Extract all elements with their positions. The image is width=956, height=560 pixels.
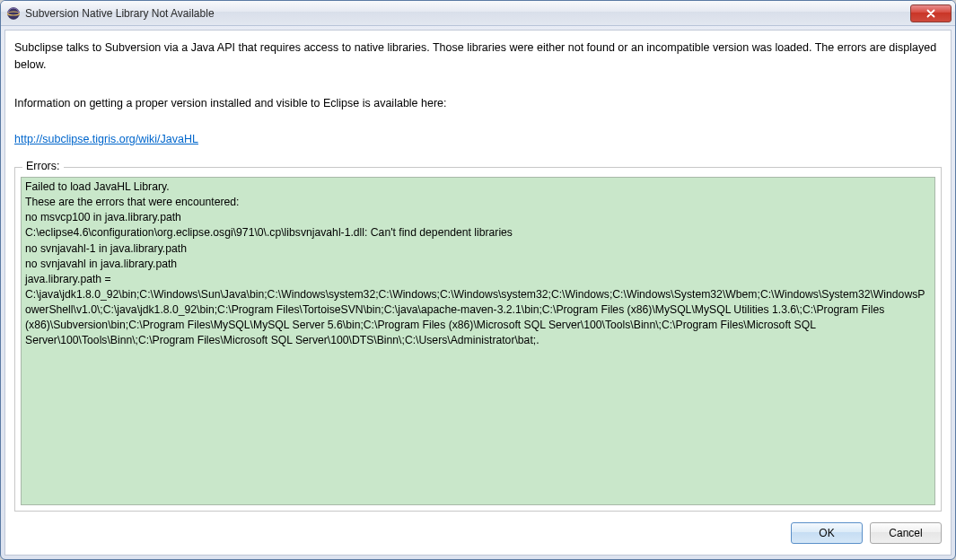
errors-label: Errors: xyxy=(22,160,64,172)
button-bar: OK Cancel xyxy=(14,512,942,544)
cancel-button[interactable]: Cancel xyxy=(870,522,942,544)
errors-group: Errors: xyxy=(14,167,942,512)
titlebar[interactable]: Subversion Native Library Not Available xyxy=(1,1,955,26)
close-icon xyxy=(926,9,935,18)
help-link[interactable]: http://subclipse.tigris.org/wiki/JavaHL xyxy=(14,133,942,145)
dialog-content: Subclipse talks to Subversion via a Java… xyxy=(4,30,952,556)
close-button[interactable] xyxy=(910,4,952,22)
ok-button[interactable]: OK xyxy=(791,522,863,544)
info-text: Information on getting a proper version … xyxy=(14,95,942,112)
eclipse-icon xyxy=(6,6,21,21)
dialog-window: Subversion Native Library Not Available … xyxy=(0,0,956,560)
description-text: Subclipse talks to Subversion via a Java… xyxy=(14,39,942,74)
errors-textarea[interactable] xyxy=(21,177,935,505)
window-title: Subversion Native Library Not Available xyxy=(25,7,910,20)
